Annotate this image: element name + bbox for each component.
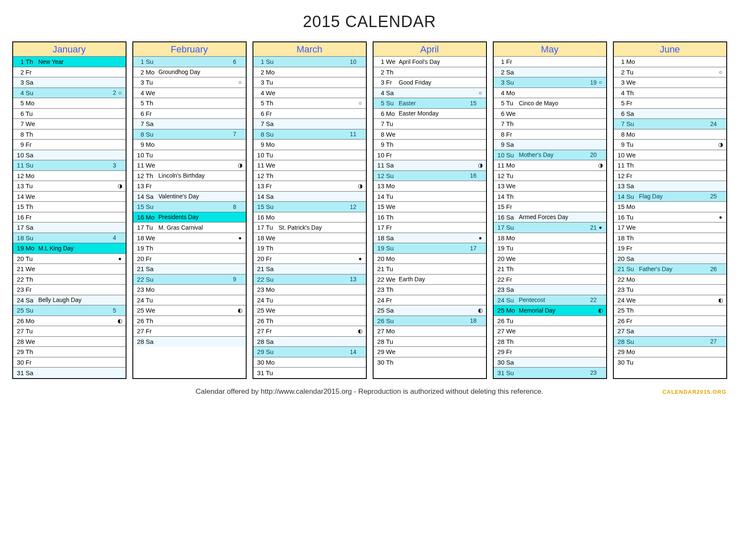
month-april: April1WeApril Fool's Day2Th3FrGood Frida… <box>373 41 487 379</box>
day-row: 13Tu◑ <box>13 181 126 192</box>
day-row: 26Th <box>253 316 366 327</box>
day-number: 19 <box>494 244 506 252</box>
day-weekday: Sa <box>626 110 639 117</box>
day-row: 18Su4 <box>13 233 126 244</box>
day-weekday: Th <box>266 317 279 324</box>
day-weekday: Tu <box>266 296 279 304</box>
day-weekday: Th <box>626 234 639 242</box>
day-weekday: Sa <box>506 359 519 366</box>
day-row: 13Mo <box>374 181 486 192</box>
day-number: 14 <box>133 193 146 200</box>
day-number: 2 <box>133 69 146 76</box>
day-number: 30 <box>494 359 506 366</box>
day-number: 15 <box>133 203 146 210</box>
day-number: 10 <box>13 151 26 159</box>
day-row: 30Sa <box>494 357 606 368</box>
day-weekday: We <box>146 89 159 96</box>
day-weekday: Fr <box>266 327 279 335</box>
day-row: 27Fr <box>133 326 246 337</box>
month-february: February1Su62MoGroundhog Day3Tu○4We5Th6F… <box>132 41 247 379</box>
day-row: 9Th <box>374 140 486 150</box>
day-weekday: We <box>386 203 399 210</box>
day-weekday: Su <box>266 276 279 283</box>
day-event: Good Friday <box>399 79 468 86</box>
day-row: 22Mo <box>614 275 726 285</box>
moon-phase-icon: ● <box>718 214 724 220</box>
day-row: 17TuSt. Patrick's Day <box>253 222 366 233</box>
day-row: 3FrGood Friday <box>374 77 486 88</box>
day-row: 22Fr <box>494 275 606 285</box>
moon-phase-icon: ◐ <box>598 307 604 313</box>
day-number: 24 <box>614 296 626 304</box>
day-weekday: Su <box>146 58 159 65</box>
day-number: 3 <box>133 79 146 86</box>
day-row: 13Fr <box>133 181 246 192</box>
day-weekday: Su <box>26 162 38 169</box>
day-weekday: We <box>386 276 399 283</box>
day-number: 30 <box>253 359 266 366</box>
day-weekday: Tu <box>506 172 519 179</box>
day-weekday: Tu <box>266 369 279 376</box>
day-weekday: Sa <box>506 286 519 293</box>
day-weekday: Mo <box>626 276 639 283</box>
day-weekday: We <box>626 224 639 231</box>
day-row: 2Fr <box>13 67 126 78</box>
day-number: 4 <box>133 89 146 96</box>
week-number: 20 <box>588 151 597 158</box>
day-weekday: Su <box>26 89 38 96</box>
day-row: 17We <box>614 222 726 233</box>
day-number: 23 <box>374 286 386 293</box>
day-weekday: Fr <box>626 317 639 324</box>
day-number: 23 <box>614 286 626 293</box>
day-weekday: We <box>266 234 279 242</box>
day-weekday: Mo <box>506 307 519 314</box>
day-row: 25MoMemorial Day◐ <box>494 305 606 316</box>
day-weekday: Mo <box>146 214 159 221</box>
day-row: 4We <box>253 88 366 99</box>
day-weekday: We <box>26 338 38 345</box>
day-row: 8Su11 <box>253 129 366 140</box>
day-row: 1Fr <box>494 57 606 67</box>
day-number: 25 <box>614 307 626 314</box>
day-row: 23Mo <box>253 285 366 295</box>
day-row: 14We <box>13 192 126 202</box>
day-weekday: Sa <box>506 141 519 148</box>
moon-phase-icon: ◑ <box>357 183 363 189</box>
day-row: 12Th <box>253 171 366 181</box>
day-number: 5 <box>253 99 266 107</box>
day-row: 2Th <box>374 67 486 78</box>
day-weekday: Su <box>386 317 399 324</box>
day-weekday: Tu <box>146 224 159 231</box>
day-row: 3Tu <box>253 77 366 88</box>
day-event: New Year <box>38 58 108 65</box>
day-row: 27Fr◐ <box>253 326 366 337</box>
day-row: 19Tu <box>494 243 606 254</box>
day-weekday: Th <box>26 131 38 138</box>
day-event: Father's Day <box>639 266 709 272</box>
day-row: 4Su2○ <box>13 88 126 99</box>
day-row: 16Mo <box>253 212 366 223</box>
day-row: 4We <box>133 88 246 99</box>
day-number: 2 <box>253 69 266 76</box>
moon-phase-icon: ● <box>478 235 484 241</box>
day-row: 10Fr <box>374 150 486 161</box>
day-row: 27Tu <box>13 326 126 337</box>
day-weekday: Su <box>386 244 399 252</box>
day-number: 16 <box>614 214 626 221</box>
day-number: 20 <box>374 255 386 262</box>
day-number: 28 <box>494 338 506 345</box>
day-row: 13Fr◑ <box>253 181 366 192</box>
day-weekday: Fr <box>266 182 279 189</box>
day-weekday: Sa <box>626 327 639 335</box>
day-number: 24 <box>494 296 506 304</box>
moon-phase-icon: ◑ <box>237 162 243 168</box>
day-weekday: Sa <box>26 151 38 159</box>
day-weekday: Sa <box>386 234 399 242</box>
day-weekday: Su <box>266 348 279 355</box>
day-number: 13 <box>614 182 626 189</box>
day-number: 2 <box>494 69 506 76</box>
week-number: 6 <box>228 58 236 65</box>
moon-phase-icon: ○ <box>718 69 724 75</box>
day-weekday: Th <box>266 99 279 107</box>
day-weekday: Sa <box>26 224 38 231</box>
